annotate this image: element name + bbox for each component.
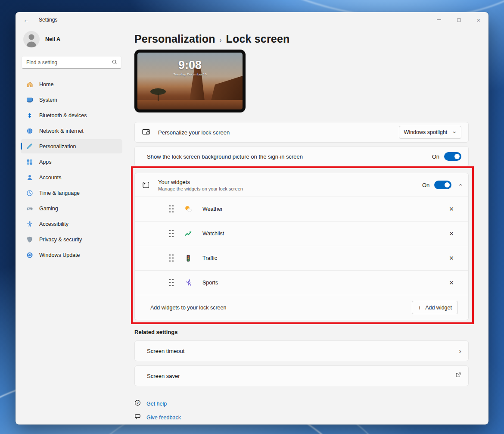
minimize-icon <box>437 19 441 20</box>
sidebar-item-accessibility[interactable]: Accessibility <box>21 217 122 231</box>
lock-screen-mode-dropdown[interactable]: Windows spotlight › <box>399 126 461 139</box>
close-icon: × <box>477 16 481 24</box>
sidebar-nav: Home System Bluetooth & devices <box>21 77 122 262</box>
close-button[interactable]: × <box>469 12 488 28</box>
sidebar-item-gaming[interactable]: Gaming <box>21 201 122 215</box>
sidebar-item-bluetooth[interactable]: Bluetooth & devices <box>21 108 122 122</box>
sidebar-item-label: Personalization <box>39 144 76 150</box>
preview-clock: 9:08 <box>137 59 243 72</box>
give-feedback-link[interactable]: Give feedback <box>146 415 181 421</box>
breadcrumb-parent[interactable]: Personalization <box>134 33 215 45</box>
watchlist-icon <box>184 230 192 237</box>
dropdown-value: Windows spotlight <box>404 129 448 135</box>
update-arrows-icon <box>26 251 33 259</box>
widgets-icon <box>142 181 150 189</box>
sidebar-item-label: Home <box>39 81 53 87</box>
sidebar-item-label: Accounts <box>39 175 61 181</box>
remove-widget-icon[interactable]: × <box>448 230 455 237</box>
your-widgets-card: Your widgets Manage the widgets on your … <box>134 173 469 320</box>
drag-handle-icon[interactable] <box>169 254 174 262</box>
feedback-icon <box>134 413 141 422</box>
traffic-light-icon <box>184 254 192 262</box>
sidebar-item-system[interactable]: System <box>21 93 122 107</box>
sidebar-item-apps[interactable]: Apps <box>21 155 122 169</box>
sidebar-item-label: System <box>39 97 57 103</box>
search-icon[interactable] <box>112 59 118 67</box>
related-settings-title: Related settings <box>134 329 469 335</box>
sidebar-item-label: Accessibility <box>39 221 68 227</box>
sidebar-item-time-language[interactable]: Time & language <box>21 186 122 200</box>
accessibility-person-icon <box>26 220 33 228</box>
preview-date: Tuesday, December 10 <box>137 72 243 76</box>
sidebar-item-windows-update[interactable]: Windows Update <box>21 248 122 262</box>
preview-tree-trunk <box>158 94 159 101</box>
breadcrumb: Personalization › Lock screen <box>134 33 469 45</box>
help-icon: ? <box>134 400 141 408</box>
toggle-state-label: On <box>432 153 439 160</box>
drag-handle-icon[interactable] <box>169 205 174 213</box>
sidebar-item-label: Gaming <box>39 206 58 212</box>
add-widget-button-label: Add widget <box>425 305 452 311</box>
preview-ground <box>137 100 243 109</box>
drag-handle-icon[interactable] <box>169 230 174 237</box>
remove-widget-icon[interactable]: × <box>448 205 455 213</box>
sidebar-item-label: Privacy & security <box>39 237 82 243</box>
maximize-button[interactable] <box>449 12 469 28</box>
widget-label: Watchlist <box>202 231 448 237</box>
widget-row-watchlist: Watchlist × <box>135 221 468 246</box>
signin-background-label: Show the lock screen background picture … <box>147 153 432 160</box>
breadcrumb-chevron-icon: › <box>220 37 222 43</box>
home-icon <box>26 81 33 88</box>
signin-background-card: Show the lock screen background picture … <box>134 146 469 167</box>
external-link-icon <box>455 372 461 380</box>
back-button[interactable]: ← <box>20 14 33 25</box>
chevron-up-icon[interactable]: › <box>457 184 464 186</box>
bluetooth-icon <box>26 112 33 119</box>
signin-background-toggle[interactable] <box>444 152 461 161</box>
sidebar-item-home[interactable]: Home <box>21 77 122 91</box>
your-widgets-section: Your widgets Manage the widgets on your … <box>134 173 469 320</box>
back-arrow-icon: ← <box>23 16 29 23</box>
sidebar-item-privacy[interactable]: Privacy & security <box>21 232 122 247</box>
widget-label: Traffic <box>202 255 448 261</box>
minimize-button[interactable] <box>429 12 449 28</box>
personalize-label: Personalize your lock screen <box>158 129 399 136</box>
your-widgets-toggle[interactable] <box>434 181 451 189</box>
lock-screen-preview: 9:08 Tuesday, December 10 <box>134 50 246 112</box>
widget-row-sports: Sports × <box>135 270 468 295</box>
sidebar-item-personalization[interactable]: Personalization <box>21 139 122 153</box>
widget-label: Sports <box>202 280 448 286</box>
screen-saver-card[interactable]: Screen saver <box>134 365 469 386</box>
weather-icon <box>184 205 192 213</box>
gamepad-icon <box>26 205 33 212</box>
sidebar-item-label: Time & language <box>39 190 80 196</box>
page-title: Lock screen <box>226 33 289 45</box>
sidebar-item-accounts[interactable]: Accounts <box>21 170 122 184</box>
chevron-right-icon: › <box>459 347 461 355</box>
user-name: Neil A <box>45 36 60 42</box>
search-input[interactable] <box>22 56 121 69</box>
drag-handle-icon[interactable] <box>169 279 174 287</box>
remove-widget-icon[interactable]: × <box>448 254 455 262</box>
sidebar: Neil A Home <box>16 28 134 425</box>
remove-widget-icon[interactable]: × <box>448 279 455 287</box>
add-widget-button[interactable]: + Add widget <box>412 301 458 314</box>
accounts-person-icon <box>26 174 33 181</box>
account-button[interactable]: Neil A <box>21 29 122 52</box>
give-feedback-row: Give feedback <box>134 412 469 423</box>
your-widgets-title: Your widgets <box>158 179 422 185</box>
clock-icon <box>26 189 33 197</box>
screen-timeout-label: Screen timeout <box>147 348 459 354</box>
screen-timeout-card[interactable]: Screen timeout › <box>134 340 469 361</box>
personalize-lock-screen-card: Personalize your lock screen Windows spo… <box>134 122 469 143</box>
sidebar-item-network[interactable]: Network & internet <box>21 124 122 138</box>
widget-row-weather: Weather × <box>135 197 468 221</box>
titlebar[interactable]: ← Settings × <box>16 12 488 28</box>
system-icon <box>26 96 33 103</box>
avatar <box>23 31 40 47</box>
footer-links: ? Get help Give feedback <box>134 398 469 423</box>
toggle-state-label: On <box>422 182 429 188</box>
window-title: Settings <box>39 17 57 23</box>
widget-label: Weather <box>202 206 448 212</box>
get-help-link[interactable]: Get help <box>146 401 167 407</box>
